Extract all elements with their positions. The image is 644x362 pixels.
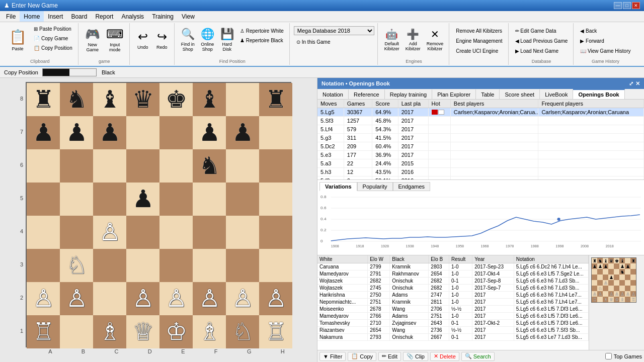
square-b6[interactable] [60,149,93,183]
menu-training[interactable]: Training [148,11,178,22]
square-f5[interactable] [193,183,226,216]
col-elo-w[interactable]: Elo W [368,255,390,263]
col-best-players[interactable]: Best players [450,100,538,108]
square-h4[interactable] [259,216,292,249]
engine-management-button[interactable]: Engine Management [453,36,505,45]
square-e4[interactable] [159,216,193,249]
col-frequent-players[interactable]: Frequent players [538,100,644,108]
tab-replay[interactable]: Replay training [385,89,432,99]
square-f8[interactable]: ♝ [193,83,226,116]
openings-row-4[interactable]: 5.Dc2 209 60.4% 2017 [317,142,644,151]
chart-tab-variations[interactable]: Variations [319,182,357,191]
panel-expand-icon[interactable]: ⤢ [629,80,633,87]
square-e1[interactable]: ♔ [159,315,193,348]
games-table-container[interactable]: White Elo W Black Elo B Result Year Nota… [317,255,589,350]
square-g5[interactable] [226,183,259,216]
col-elo-b[interactable]: Elo B [429,255,449,263]
square-b3[interactable]: ♘ [60,249,93,282]
square-d4[interactable] [126,216,159,249]
game-row-2[interactable]: Wojtaszek 2682 Onischuk 2682 0-1 2017-Se… [317,278,589,285]
square-f2[interactable]: ♙ [193,282,226,315]
repertoire-black-button[interactable]: ♟ Repertoire Black [237,36,286,45]
openings-row-1[interactable]: 5.Sf3 1257 45.8% 2017 [317,117,644,125]
square-e5[interactable] [159,183,193,216]
game-row-1[interactable]: Mamedyarov 2791 Rakhmanov 2654 1-0 2017-… [317,270,589,278]
edit-button[interactable]: ✏ Edit [378,352,401,361]
square-b2[interactable]: ♙ [60,282,93,315]
game-row-6[interactable]: Moiseenko 2678 Wang 2706 ½-½ 2017 5.Lg5 … [317,306,589,313]
square-h6[interactable] [259,149,292,183]
tab-table[interactable]: Table [476,89,500,99]
openings-row-2[interactable]: 5.Lf4 579 54.3% 2017 [317,125,644,134]
hard-disk-button[interactable]: 💾 HardDisk [218,24,236,55]
square-e2[interactable]: ♙ [159,282,193,315]
back-button[interactable]: ◀ Back [578,26,633,35]
square-c1[interactable]: ♗ [93,315,126,348]
mega-db-dropdown[interactable]: Mega Database 2018 [294,26,374,35]
square-g3[interactable] [226,249,259,282]
game-row-0[interactable]: Caruana 2799 Kramnik 2803 1-0 2017-Sep-2… [317,263,589,270]
paste-button[interactable]: 📋 Paste [5,24,30,55]
online-shop-button[interactable]: 🌐 OnlineShop [198,24,217,55]
chart-tab-popularity[interactable]: Popularity [357,182,393,191]
square-e7[interactable] [159,116,193,149]
game-row-8[interactable]: Tomashevsky 2710 Zvjaginsev 2643 0-1 201… [317,320,589,327]
create-uci-engine-button[interactable]: Create UCI Engine [453,46,505,55]
add-kibitzer-button[interactable]: ➕ AddKibitzer [403,24,423,55]
square-a7[interactable]: ♟ [27,116,60,149]
square-c5[interactable] [93,183,126,216]
tab-notation[interactable]: Notation [317,89,349,99]
paste-position-button[interactable]: ⊞ Paste Position [31,24,75,33]
square-b1[interactable] [60,315,93,348]
chessboard[interactable]: ♜♞♝♛♚♝♜♟♟♟♟♟♞♟♙♘♙♙♙♙♙♙♙♖♗♕♔♗♘♖ [26,82,291,347]
panel-controls[interactable]: ⤢ ✕ [629,80,640,87]
square-e3[interactable] [159,249,193,282]
col-hot[interactable]: Hot [428,100,450,108]
menu-analysis[interactable]: Analysis [117,11,148,22]
tab-plan-explorer[interactable]: Plan Explorer [432,89,476,99]
square-c4[interactable]: ♙ [93,216,126,249]
square-h8[interactable]: ♜ [259,83,292,116]
filter-button[interactable]: ▼ Filter [319,352,346,361]
load-previous-game-button[interactable]: ◀ Load Previous Game [513,36,571,45]
col-black[interactable]: Black [390,255,429,263]
minimize-button[interactable]: — [614,2,622,9]
openings-row-5[interactable]: 5.e3 177 36.9% 2017 [317,151,644,159]
default-kibitzer-button[interactable]: 🤖 DefaultKibitzer [382,24,402,55]
copy-game-button[interactable]: 📄 Copy Game [31,34,75,43]
square-g7[interactable]: ♟ [226,116,259,149]
square-d5[interactable]: ♟ [126,183,159,216]
menu-view[interactable]: View [178,11,199,22]
square-d6[interactable] [126,149,159,183]
game-row-5[interactable]: Nepomniachtc... 2751 Kramnik 2811 1-0 20… [317,299,589,306]
game-row-3[interactable]: Wojtaszek 2745 Onischuk 2682 1-0 2017-Se… [317,285,589,292]
square-b5[interactable] [60,183,93,216]
square-f7[interactable]: ♟ [193,116,226,149]
openings-row-7[interactable]: 5.h3 12 43.5% 2016 [317,168,644,176]
chart-tab-endgames[interactable]: Endgames [393,182,431,191]
square-c7[interactable]: ♟ [93,116,126,149]
col-score[interactable]: Score [372,100,398,108]
square-a4[interactable] [27,216,60,249]
remove-kibitzer-button[interactable]: ✕ RemoveKibitzer [424,24,446,55]
square-h1[interactable]: ♖ [259,315,292,348]
tab-livebook[interactable]: LiveBook [540,89,573,99]
square-a3[interactable] [27,249,60,282]
square-g1[interactable]: ♘ [226,315,259,348]
view-game-history-button[interactable]: 📖 View Game History [578,46,633,55]
square-e8[interactable]: ♚ [159,83,193,116]
maximize-button[interactable]: □ [623,2,631,9]
remove-all-kibitzers-button[interactable]: Remove All Kibitzers [453,26,505,35]
tab-reference[interactable]: Reference [349,89,385,99]
openings-row-3[interactable]: 5.g3 311 41.5% 2017 [317,134,644,142]
game-row-10[interactable]: Nakamura 2793 Onischuk 2667 0-1 2017 5.L… [317,334,589,341]
col-moves[interactable]: Moves [317,100,344,108]
repertoire-white-button[interactable]: ♙ Repertoire White [237,26,286,35]
game-row-7[interactable]: Mamedyarov 2766 Adams 2751 1-0 2017 5.Lg… [317,313,589,320]
square-b8[interactable]: ♞ [60,83,93,116]
game-row-4[interactable]: Harikrishna 2750 Adams 2747 1-0 2017 5.L… [317,292,589,299]
square-c2[interactable] [93,282,126,315]
square-c3[interactable] [93,249,126,282]
square-f4[interactable] [193,216,226,249]
forward-button[interactable]: ▶ Forward [578,36,633,45]
